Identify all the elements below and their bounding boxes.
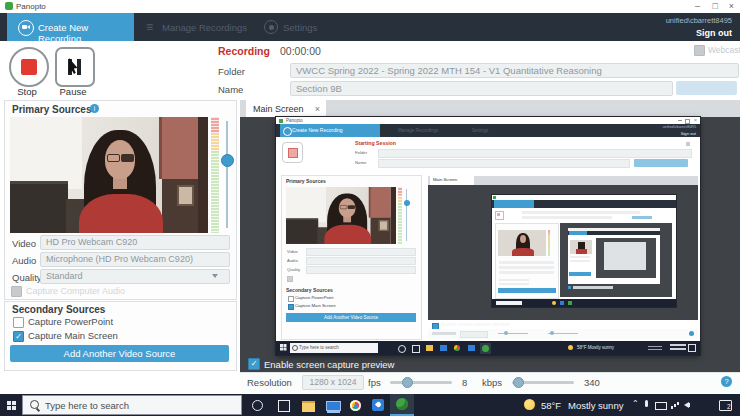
window-titlebar: Panopto – □ ×	[0, 0, 740, 14]
capture-main-screen-label: Capture Main Screen	[28, 330, 118, 341]
windows-taskbar: Type here to search 58°F Mostly sunny ⌃ …	[0, 394, 740, 416]
folder-label: Folder	[218, 66, 245, 77]
audio-level-meter	[211, 117, 219, 233]
volume-slider-track[interactable]	[226, 121, 228, 228]
list-icon: ≡	[146, 21, 153, 33]
webcast-label: Webcast	[708, 45, 740, 55]
capture-main-screen-checkbox[interactable]	[13, 331, 24, 342]
search-icon	[30, 400, 39, 409]
starting-session-status: Starting Session	[355, 140, 396, 146]
close-button[interactable]: ×	[729, 1, 734, 11]
tab-create-new-recording[interactable]: Create New Recording	[7, 13, 134, 41]
pinned-app-icon[interactable]	[372, 399, 384, 411]
notification-badge: 2	[727, 403, 731, 410]
network-icon[interactable]	[671, 406, 673, 409]
weather-icon[interactable]	[524, 399, 535, 410]
chevron-down-icon	[212, 274, 218, 278]
panopto-logo-icon	[5, 2, 13, 10]
tab-settings[interactable]: Settings	[283, 22, 317, 33]
folder-field[interactable]: VWCC Spring 2022 - Spring 2022 MTH 154 -…	[290, 63, 739, 78]
quality-select[interactable]: Standard	[40, 269, 230, 284]
enable-screen-capture-preview-checkbox[interactable]	[248, 358, 260, 370]
maximize-button[interactable]: □	[713, 1, 718, 11]
resolution-label: Resolution	[247, 377, 292, 388]
help-icon[interactable]: ?	[721, 376, 732, 387]
stop-button[interactable]	[9, 47, 49, 87]
kbps-label: kbps	[482, 377, 502, 388]
webcam-preview	[10, 117, 208, 233]
audio-source-field[interactable]: Microphone (HD Pro Webcam C920)	[40, 252, 230, 267]
nested-preview-level3	[492, 195, 676, 307]
nav-bar: Create New Recording ≡ Manage Recordings…	[0, 13, 740, 41]
capture-powerpoint-label: Capture PowerPoint	[28, 316, 113, 327]
video-label: Video	[12, 238, 36, 249]
panopto-logo-icon	[279, 119, 283, 123]
panopto-app-icon	[396, 398, 408, 410]
capture-computer-audio-label: Capture Computer Audio	[26, 286, 125, 296]
start-button-icon[interactable]	[7, 401, 11, 405]
fps-label: fps	[368, 377, 381, 388]
stop-icon	[21, 59, 37, 75]
panopto-taskbar-button[interactable]	[390, 394, 414, 416]
webcam-preview	[286, 187, 396, 244]
stop-label: Stop	[7, 86, 47, 97]
taskbar-search-box[interactable]: Type here to search	[22, 395, 242, 415]
capture-computer-audio-checkbox[interactable]	[11, 286, 22, 297]
kbps-slider-knob[interactable]	[513, 377, 524, 388]
weather-description[interactable]: Mostly sunny	[568, 400, 623, 411]
webcast-checkbox[interactable]	[694, 45, 705, 56]
audio-label: Audio	[12, 255, 36, 266]
kbps-value: 340	[584, 377, 600, 388]
fps-slider-knob[interactable]	[402, 377, 413, 388]
file-explorer-icon[interactable]	[302, 401, 315, 412]
fps-value: 8	[462, 377, 467, 388]
chrome-icon[interactable]	[350, 400, 361, 411]
panopto-recorder-window: Panopto – □ × Create New Recording ≡ Man…	[0, 0, 740, 416]
capture-powerpoint-checkbox[interactable]	[13, 317, 24, 328]
video-camera-icon	[18, 20, 34, 36]
cortana-icon[interactable]	[252, 400, 263, 411]
name-row-action-button[interactable]	[676, 81, 737, 95]
volume-slider-knob[interactable]	[221, 154, 234, 167]
sign-out-link[interactable]: Sign out	[696, 28, 732, 38]
resolution-field[interactable]: 1280 x 1024	[302, 375, 364, 390]
battery-icon[interactable]	[655, 402, 667, 410]
record-button	[282, 142, 303, 163]
quality-label: Quality	[12, 272, 42, 283]
recording-status: Recording	[218, 45, 270, 57]
weather-temperature[interactable]: 58°F	[541, 400, 561, 411]
fps-slider-track[interactable]	[390, 381, 452, 384]
primary-sources-title: Primary Sources	[12, 104, 92, 115]
screen-capture-preview-image: Panopto × Create New Recording Manage Re…	[276, 117, 700, 355]
signed-in-user: unified\cbarrett8495	[666, 16, 732, 25]
recording-timer: 00:00:00	[280, 45, 321, 57]
window-title: Panopto	[16, 2, 46, 11]
secondary-sources-title: Secondary Sources	[12, 304, 105, 315]
tab-manage-recordings[interactable]: Manage Recordings	[162, 22, 247, 33]
tray-expand-chevron-icon[interactable]: ⌃	[632, 399, 639, 408]
pause-label: Pause	[53, 86, 93, 97]
task-view-icon[interactable]	[278, 400, 290, 412]
webcam-image	[10, 117, 208, 233]
video-source-field[interactable]: HD Pro Webcam C920	[40, 235, 230, 250]
microphone-icon[interactable]	[645, 400, 648, 407]
add-another-video-source-button[interactable]: Add Another Video Source	[10, 345, 229, 362]
minimize-button[interactable]: –	[695, 1, 700, 11]
display-app-icon[interactable]	[326, 401, 341, 411]
gear-icon	[264, 20, 278, 34]
tab-close-icon[interactable]: ×	[315, 104, 320, 114]
volume-icon[interactable]	[684, 402, 689, 408]
info-icon[interactable]: i	[90, 104, 99, 113]
name-field[interactable]: Section 9B	[290, 81, 673, 96]
name-label: Name	[218, 84, 243, 95]
capture-tab-row: Main Screen ×	[240, 100, 740, 117]
enable-screen-capture-preview-label: Enable screen capture preview	[264, 359, 394, 370]
tab-main-screen[interactable]: Main Screen ×	[246, 100, 326, 117]
